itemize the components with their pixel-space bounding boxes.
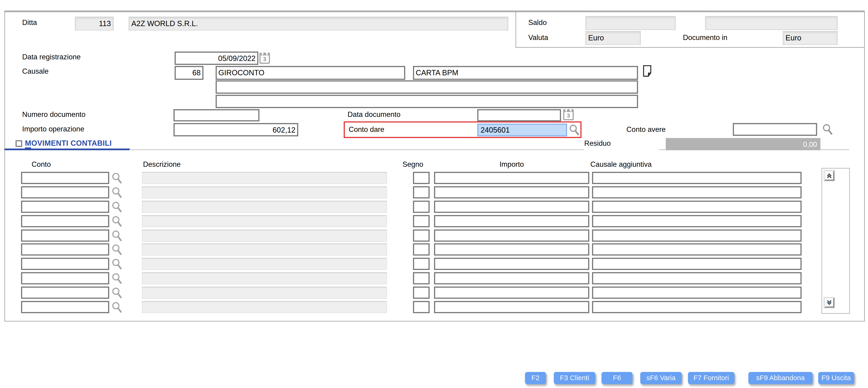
- row-conto-field[interactable]: [21, 186, 109, 198]
- f6-button[interactable]: F6: [601, 372, 632, 384]
- row-conto-field[interactable]: [21, 287, 109, 299]
- table-row: [21, 215, 802, 227]
- search-icon[interactable]: [111, 302, 122, 313]
- row-causale-aggiuntiva-field[interactable]: [592, 258, 802, 270]
- causale-code-field[interactable]: 68: [175, 66, 204, 80]
- saldo-field-1: [585, 16, 676, 30]
- row-descrizione-field: [142, 200, 387, 213]
- numero-documento-field[interactable]: [174, 109, 259, 122]
- scroll-down-button[interactable]: [824, 298, 834, 308]
- search-icon[interactable]: [111, 244, 122, 256]
- data-registrazione-field[interactable]: 05/09/2022: [175, 52, 258, 65]
- row-conto-field[interactable]: [21, 215, 109, 227]
- search-icon[interactable]: [111, 258, 122, 270]
- calendar-tab: [570, 108, 571, 111]
- f3-clienti-button[interactable]: F3 Clienti: [554, 372, 595, 384]
- row-segno-field[interactable]: [413, 229, 430, 241]
- document-icon[interactable]: [643, 65, 652, 77]
- row-descrizione-field: [142, 244, 387, 256]
- search-icon[interactable]: [111, 273, 122, 284]
- calendar-day: 3: [260, 56, 269, 63]
- calendar-tab: [262, 52, 263, 55]
- search-icon[interactable]: [569, 124, 580, 136]
- row-segno-field[interactable]: [413, 186, 430, 198]
- row-conto-field[interactable]: [21, 272, 109, 285]
- row-segno-field[interactable]: [413, 215, 430, 227]
- ditta-name-field[interactable]: A2Z WORLD S.R.L.: [129, 17, 508, 31]
- sf6-varia-button[interactable]: sF6 Varia: [640, 372, 682, 384]
- f9-uscita-button[interactable]: F9 Uscita: [818, 372, 854, 384]
- row-causale-aggiuntiva-field[interactable]: [592, 244, 802, 256]
- row-segno-field[interactable]: [413, 244, 430, 256]
- causale-note-field-1[interactable]: [216, 80, 638, 94]
- row-importo-field[interactable]: [434, 272, 589, 285]
- row-conto-field[interactable]: [21, 301, 109, 313]
- search-icon[interactable]: [111, 201, 122, 213]
- row-causale-aggiuntiva-field[interactable]: [592, 229, 802, 241]
- sf9-abbandona-button[interactable]: sF9 Abbandona: [748, 372, 812, 384]
- row-causale-aggiuntiva-field[interactable]: [592, 301, 802, 313]
- table-row: [21, 186, 802, 198]
- search-icon[interactable]: [111, 230, 122, 241]
- causale-note-field-2[interactable]: [216, 95, 638, 108]
- conto-avere-field[interactable]: [733, 123, 817, 136]
- row-importo-field[interactable]: [434, 244, 589, 256]
- f2-button[interactable]: F2: [525, 372, 546, 384]
- row-segno-field[interactable]: [413, 287, 430, 299]
- row-causale-aggiuntiva-field[interactable]: [592, 272, 802, 285]
- row-causale-aggiuntiva-field[interactable]: [592, 287, 802, 299]
- scroll-up-button[interactable]: [824, 171, 834, 181]
- row-importo-field[interactable]: [434, 215, 589, 227]
- f7-fornitori-button[interactable]: F7 Fornitori: [688, 372, 735, 384]
- data-registrazione-label: Data registrazione: [22, 53, 81, 61]
- search-icon[interactable]: [822, 124, 833, 135]
- ditta-code-field[interactable]: 113: [75, 17, 114, 31]
- table-row: [21, 200, 802, 213]
- row-descrizione-field: [142, 229, 387, 241]
- row-conto-field[interactable]: [21, 244, 109, 256]
- row-importo-field[interactable]: [434, 229, 589, 241]
- importo-operazione-field[interactable]: 602,12: [174, 123, 298, 136]
- causale-extra-field[interactable]: CARTA BPM: [413, 66, 638, 80]
- causale-label: Causale: [22, 67, 49, 75]
- row-conto-field[interactable]: [21, 200, 109, 213]
- row-conto-field[interactable]: [21, 172, 109, 184]
- table-scrollbar[interactable]: [822, 168, 850, 314]
- row-segno-field[interactable]: [413, 272, 430, 285]
- ditta-label: Ditta: [22, 18, 37, 27]
- row-segno-field[interactable]: [413, 301, 430, 313]
- calendar-icon[interactable]: 3: [259, 53, 270, 64]
- data-documento-field[interactable]: [477, 109, 561, 122]
- search-icon[interactable]: [111, 187, 122, 198]
- table-row: [21, 272, 802, 285]
- row-importo-field[interactable]: [434, 186, 589, 198]
- movimenti-checkbox[interactable]: [16, 140, 22, 147]
- row-descrizione-field: [142, 258, 387, 270]
- movimenti-title-first-letter: M: [25, 139, 31, 149]
- row-causale-aggiuntiva-field[interactable]: [592, 215, 802, 227]
- row-causale-aggiuntiva-field[interactable]: [592, 172, 802, 184]
- row-importo-field[interactable]: [434, 172, 589, 184]
- causale-desc-field[interactable]: GIROCONTO: [216, 66, 405, 80]
- row-causale-aggiuntiva-field[interactable]: [592, 200, 802, 213]
- saldo-label: Saldo: [528, 18, 547, 27]
- row-segno-field[interactable]: [413, 258, 430, 270]
- row-conto-field[interactable]: [21, 229, 109, 241]
- search-icon[interactable]: [111, 216, 122, 227]
- row-importo-field[interactable]: [434, 200, 589, 213]
- row-segno-field[interactable]: [413, 200, 430, 213]
- row-importo-field[interactable]: [434, 301, 589, 313]
- search-icon[interactable]: [111, 172, 122, 184]
- table-row: [21, 229, 802, 241]
- row-conto-field[interactable]: [21, 258, 109, 270]
- row-importo-field[interactable]: [434, 258, 589, 270]
- conto-dare-field[interactable]: 2405601: [477, 124, 567, 136]
- search-icon[interactable]: [111, 287, 122, 299]
- row-segno-field[interactable]: [413, 172, 430, 184]
- row-causale-aggiuntiva-field[interactable]: [592, 186, 802, 198]
- conto-dare-label: Conto dare: [349, 125, 384, 133]
- section-underline-blue: [4, 149, 130, 150]
- calendar-icon[interactable]: 3: [563, 109, 574, 120]
- calendar-day: 3: [564, 112, 572, 119]
- row-importo-field[interactable]: [434, 287, 589, 299]
